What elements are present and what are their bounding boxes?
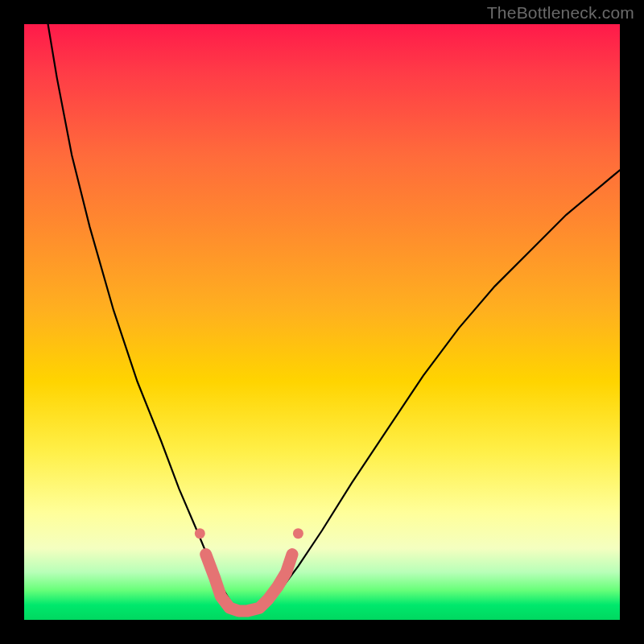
curve-layer <box>24 24 620 620</box>
chart-frame: TheBottleneck.com <box>0 0 644 644</box>
watermark-text: TheBottleneck.com <box>487 3 634 23</box>
marker-band-path <box>206 555 292 611</box>
bottleneck-curve <box>48 24 620 611</box>
marker-cluster <box>195 528 303 611</box>
marker-dot-left <box>195 528 205 539</box>
plot-area <box>24 24 620 620</box>
marker-dot-right <box>293 528 303 539</box>
